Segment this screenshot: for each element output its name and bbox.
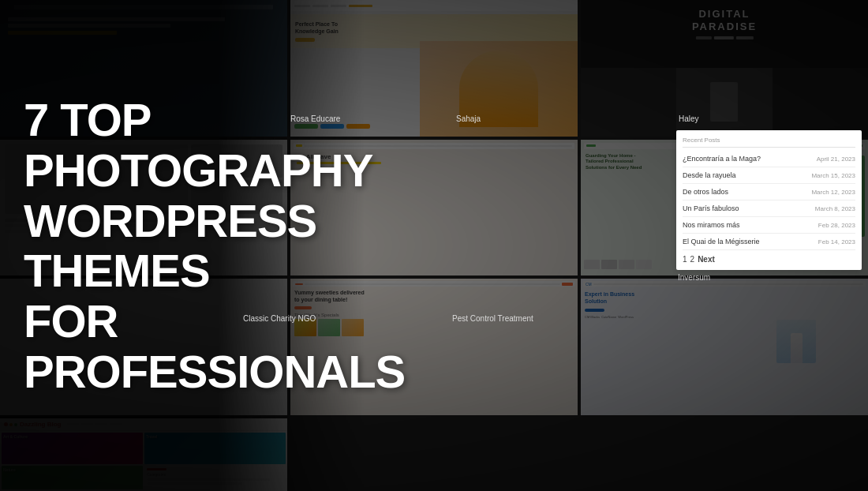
- pagination-page-2[interactable]: 2: [690, 255, 695, 264]
- inversum-title-2: Desde la rayuela: [683, 171, 811, 179]
- inversum-title-4: Un París fabuloso: [683, 204, 815, 212]
- headline-line-3: WORDPRESS THEMES: [24, 194, 316, 296]
- inversum-date-4: March 8, 2023: [815, 205, 855, 212]
- inversum-item-1: ¿Encontraría a la Maga? April 21, 2023: [683, 151, 855, 167]
- inversum-item-5: Nos miramos más Feb 28, 2023: [683, 217, 855, 234]
- inversum-section-label: Recent Posts: [683, 137, 720, 144]
- thumb-dazzling-blog: Dazzling Blog Art & Culture Travel Natur…: [0, 418, 287, 491]
- inversum-pagination: 1 2 Next: [683, 255, 855, 264]
- headline-line-2: PHOTOGRAPHY: [24, 144, 372, 195]
- inversum-date-6: Feb 14, 2023: [818, 238, 855, 246]
- thumb-cm-enterprises: CM Expert in BusinessSolution CM BlacksC…: [581, 279, 868, 415]
- pagination-next[interactable]: Next: [698, 255, 715, 264]
- headline-line-1: 7 TOP: [24, 94, 152, 145]
- inversum-date-3: March 12, 2023: [811, 189, 855, 196]
- inversum-panel: Recent Posts ¿Encontraría a la Maga? Apr…: [676, 130, 862, 282]
- headline-line-4: FOR PROFESSIONALS: [24, 295, 405, 397]
- thumb-sahaja: DIGITALPARADISE: [581, 0, 868, 137]
- pagination-page-1[interactable]: 1: [683, 255, 687, 264]
- inversum-title-6: El Quai de la Mégisserie: [683, 238, 818, 246]
- inversum-item-2: Desde la rayuela March 15, 2023: [683, 167, 855, 184]
- inversum-title-5: Nos miramos más: [683, 221, 818, 229]
- headline-container: 7 TOP PHOTOGRAPHY WORDPRESS THEMES FOR P…: [24, 95, 355, 397]
- inversum-theme-label: Inversum: [676, 273, 862, 282]
- inversum-title-1: ¿Encontraría a la Maga?: [683, 155, 817, 163]
- headline-text: 7 TOP PHOTOGRAPHY WORDPRESS THEMES FOR P…: [24, 95, 355, 397]
- inversum-date-2: March 15, 2023: [811, 172, 855, 179]
- inversum-item-4: Un París fabuloso March 8, 2023: [683, 201, 855, 217]
- inversum-item-3: De otros lados March 12, 2023: [683, 184, 855, 201]
- inversum-item-6: El Quai de la Mégisserie Feb 14, 2023: [683, 234, 855, 250]
- inversum-date-5: Feb 28, 2023: [818, 222, 855, 229]
- dazzling-logo: Dazzling Blog: [20, 421, 61, 428]
- inversum-title-3: De otros lados: [683, 188, 811, 196]
- inversum-date-1: April 21, 2023: [817, 156, 855, 163]
